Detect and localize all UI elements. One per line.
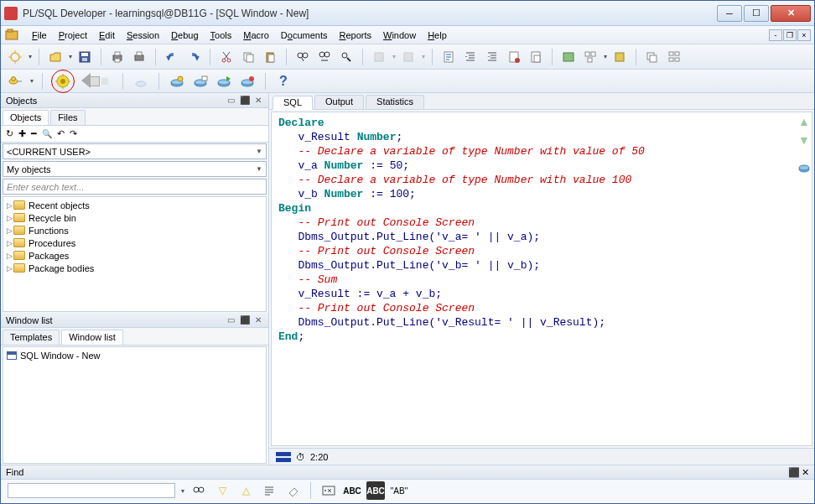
- minimize-button[interactable]: ─: [717, 5, 742, 22]
- forward-icon[interactable]: ↷: [70, 128, 77, 139]
- menu-edit[interactable]: Edit: [93, 29, 121, 42]
- menu-window[interactable]: Window: [377, 29, 422, 42]
- rollback2-button[interactable]: [238, 72, 257, 91]
- nav-up-icon[interactable]: ▲: [797, 115, 811, 128]
- refresh-icon[interactable]: ↻: [6, 128, 13, 139]
- tab-windowlist[interactable]: Window list: [61, 330, 123, 345]
- object-tree[interactable]: ▷Recent objects ▷Recycle bin ▷Functions …: [3, 196, 267, 312]
- new-button[interactable]: [6, 48, 24, 66]
- case-icon[interactable]: ABC: [343, 481, 361, 500]
- fetch-button[interactable]: [191, 72, 210, 91]
- back-icon[interactable]: ↶: [57, 128, 65, 139]
- mdi-minimize[interactable]: -: [769, 29, 782, 41]
- menu-reports[interactable]: Reports: [333, 29, 377, 42]
- lock-icon[interactable]: [797, 160, 811, 174]
- comment-button[interactable]: [505, 48, 523, 66]
- commit2-button[interactable]: [215, 72, 233, 91]
- menu-file[interactable]: File: [26, 29, 53, 42]
- print-setup-button[interactable]: [130, 48, 148, 66]
- svg-line-29: [347, 58, 350, 61]
- binoculars-icon[interactable]: [189, 481, 208, 500]
- literal-icon[interactable]: "AB": [390, 481, 408, 500]
- menu-debug[interactable]: Debug: [165, 29, 204, 42]
- panel-close-icon[interactable]: ✕: [802, 467, 809, 478]
- query-builder-button[interactable]: [581, 48, 600, 66]
- print-button[interactable]: [108, 48, 127, 66]
- svg-point-72: [178, 76, 183, 81]
- open-dropdown[interactable]: ▾: [69, 53, 72, 60]
- unindent-button[interactable]: [483, 48, 501, 66]
- beautify-button[interactable]: [439, 48, 458, 66]
- indent-button[interactable]: [461, 48, 480, 66]
- find-down-icon[interactable]: ▽: [213, 481, 231, 500]
- windows-button[interactable]: [643, 48, 662, 66]
- save-button[interactable]: [75, 48, 94, 66]
- menu-help[interactable]: Help: [422, 29, 453, 42]
- favorites-button[interactable]: [370, 48, 388, 66]
- panel-close-icon[interactable]: ✕: [253, 96, 263, 105]
- panel-pin-icon[interactable]: ⬛: [238, 315, 252, 325]
- menu-documents[interactable]: Documents: [275, 29, 334, 42]
- find-up-icon[interactable]: △: [236, 481, 255, 500]
- tab-objects[interactable]: Objects: [3, 110, 49, 125]
- undo-button[interactable]: [163, 48, 181, 66]
- recent-button[interactable]: [399, 48, 418, 66]
- login-button[interactable]: [6, 72, 24, 91]
- schema-button[interactable]: [665, 48, 683, 66]
- highlight-all-icon[interactable]: [260, 481, 278, 500]
- mdi-close[interactable]: ×: [797, 29, 811, 41]
- uncomment-button[interactable]: [527, 48, 545, 66]
- menu-macro[interactable]: Macro: [237, 29, 275, 42]
- rollback-button[interactable]: [168, 72, 186, 91]
- query-dropdown[interactable]: ▾: [604, 53, 607, 60]
- maximize-button[interactable]: ☐: [744, 5, 769, 22]
- sql-editor[interactable]: Declare v_Result Number; -- Declare a va…: [271, 112, 812, 446]
- execute-button[interactable]: [54, 72, 72, 91]
- redo-button[interactable]: [184, 48, 203, 66]
- nav-down-icon[interactable]: ▼: [797, 133, 811, 147]
- commit-button[interactable]: [132, 72, 150, 91]
- add-icon[interactable]: ✚: [18, 128, 26, 139]
- copy-button[interactable]: [239, 48, 257, 66]
- tab-output[interactable]: Output: [314, 95, 364, 109]
- panel-pin-icon[interactable]: ⬛: [238, 96, 252, 105]
- whole-word-icon[interactable]: ABC: [366, 481, 385, 500]
- open-button[interactable]: [46, 48, 65, 66]
- find-input[interactable]: [8, 483, 175, 498]
- menu-project[interactable]: Project: [53, 29, 93, 42]
- new-dropdown[interactable]: ▾: [29, 53, 32, 60]
- tab-templates[interactable]: Templates: [3, 330, 60, 345]
- panel-close-icon[interactable]: ✕: [253, 315, 263, 325]
- mdi-restore[interactable]: ❐: [783, 29, 797, 41]
- favorites-dropdown[interactable]: ▾: [392, 53, 396, 60]
- tab-sql[interactable]: SQL: [273, 96, 313, 110]
- findnext-button[interactable]: [337, 48, 356, 66]
- recent-dropdown[interactable]: ▾: [422, 53, 425, 60]
- break-button[interactable]: [96, 72, 114, 91]
- menu-session[interactable]: Session: [121, 29, 165, 42]
- filter-combo[interactable]: My objects ▼: [3, 161, 267, 177]
- tab-statistics[interactable]: Statistics: [366, 95, 424, 109]
- cut-button[interactable]: [217, 48, 236, 66]
- search-input[interactable]: Enter search text...: [3, 179, 267, 195]
- menu-tools[interactable]: Tools: [205, 29, 238, 42]
- user-combo[interactable]: <CURRENT USER> ▼: [3, 143, 267, 159]
- find-icon[interactable]: 🔍: [42, 129, 52, 138]
- regex-icon[interactable]: [319, 481, 338, 500]
- panel-dock-icon[interactable]: ▭: [226, 96, 236, 105]
- erase-icon[interactable]: [283, 481, 302, 500]
- describe-button[interactable]: [610, 48, 629, 66]
- panel-pin-icon[interactable]: ⬛: [788, 467, 800, 478]
- find-button[interactable]: [293, 48, 312, 66]
- replace-button[interactable]: [315, 48, 334, 66]
- tab-files[interactable]: Files: [50, 110, 85, 125]
- remove-icon[interactable]: ━: [31, 128, 37, 139]
- panel-dock-icon[interactable]: ▭: [226, 315, 236, 325]
- paste-button[interactable]: [261, 48, 279, 66]
- close-button[interactable]: ✕: [771, 5, 811, 22]
- help-button[interactable]: ?: [274, 72, 293, 91]
- window-list-item[interactable]: SQL Window - New: [6, 350, 263, 361]
- login-dropdown[interactable]: ▾: [30, 77, 34, 85]
- find-dropdown[interactable]: ▾: [181, 487, 184, 495]
- explain-button[interactable]: [559, 48, 578, 66]
